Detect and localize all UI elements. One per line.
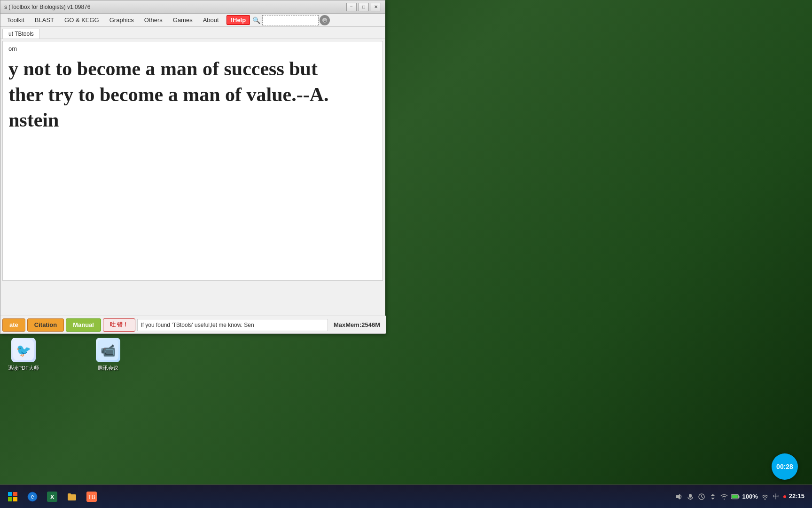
speaker-icon[interactable] bbox=[675, 492, 683, 501]
menu-about[interactable]: About bbox=[198, 15, 224, 25]
svg-text:📹: 📹 bbox=[101, 343, 116, 358]
svg-marker-20 bbox=[711, 494, 715, 496]
menu-blast[interactable]: BLAST bbox=[30, 15, 59, 25]
microphone-icon[interactable] bbox=[686, 492, 695, 501]
svg-rect-7 bbox=[13, 492, 17, 496]
manual-button[interactable]: Manual bbox=[66, 318, 101, 332]
taskbar-ie-icon[interactable]: e bbox=[23, 488, 41, 506]
close-button[interactable]: ✕ bbox=[371, 3, 381, 11]
notification-dot bbox=[783, 495, 786, 498]
update-tray-icon[interactable] bbox=[697, 492, 706, 501]
help-button[interactable]: !Help bbox=[226, 15, 250, 25]
update-button[interactable]: ate bbox=[2, 318, 25, 332]
quote-text: y not to become a man of success but the… bbox=[8, 56, 377, 133]
menu-toolkit[interactable]: Toolkit bbox=[2, 15, 29, 25]
title-bar: s (Toolbox for Biologists) v1.09876 − □ … bbox=[0, 0, 385, 14]
svg-rect-24 bbox=[732, 495, 738, 498]
svg-marker-16 bbox=[676, 494, 680, 500]
svg-rect-9 bbox=[13, 497, 17, 501]
tab-about-tbtools[interactable]: ut TBtools bbox=[2, 29, 40, 39]
menu-go-kegg[interactable]: GO & KEGG bbox=[60, 15, 104, 25]
svg-rect-6 bbox=[8, 492, 12, 496]
pdf-icon-image: 🐦 bbox=[11, 338, 36, 362]
battery-icon[interactable] bbox=[731, 492, 740, 501]
minimize-button[interactable]: − bbox=[346, 3, 357, 11]
content-area: om y not to become a man of success but … bbox=[2, 41, 383, 281]
timer-display: 00:28 bbox=[776, 463, 793, 470]
citation-button[interactable]: Citation bbox=[27, 318, 64, 332]
status-bar: ate Citation Manual 吐 错！ If you found 'T… bbox=[0, 316, 386, 333]
quote-line1: y not to become a man of success but bbox=[8, 58, 318, 79]
meeting-icon-image: 📹 bbox=[96, 338, 120, 362]
quote-line3: nstein bbox=[8, 109, 59, 131]
taskbar-app-icon[interactable]: TB bbox=[83, 488, 101, 506]
window-controls: − □ ✕ bbox=[346, 3, 381, 11]
tab-bar: ut TBtools bbox=[0, 27, 385, 39]
pdf-icon-label: 迅读PDF大师 bbox=[7, 364, 40, 372]
search-settings-icon[interactable]: ⚙ bbox=[320, 15, 330, 25]
svg-point-25 bbox=[764, 498, 765, 500]
search-input[interactable] bbox=[262, 15, 319, 25]
desktop-icon-meeting[interactable]: 📹 腾讯会议 bbox=[89, 338, 127, 372]
menu-bar: Toolkit BLAST GO & KEGG Graphics Others … bbox=[0, 14, 385, 27]
svg-text:X: X bbox=[50, 493, 55, 500]
svg-marker-21 bbox=[711, 498, 715, 500]
taskbar: e X TB bbox=[0, 484, 812, 508]
taskbar-folder-icon[interactable] bbox=[63, 488, 81, 506]
clock-display: 22:15 bbox=[789, 492, 804, 500]
input-method-label: 中 bbox=[773, 492, 779, 501]
svg-rect-8 bbox=[8, 497, 12, 501]
meeting-icon-label: 腾讯会议 bbox=[96, 364, 120, 372]
wifi-icon[interactable] bbox=[761, 492, 769, 501]
bug-button[interactable]: 吐 错！ bbox=[103, 318, 135, 332]
window-title: s (Toolbox for Biologists) v1.09876 bbox=[4, 4, 90, 10]
taskbar-excel-icon[interactable]: X bbox=[43, 488, 61, 506]
svg-text:⚙: ⚙ bbox=[323, 18, 327, 23]
system-tray: 100% 中 22:15 bbox=[675, 492, 805, 500]
svg-text:TB: TB bbox=[88, 494, 95, 500]
network-icon[interactable] bbox=[720, 492, 728, 501]
content-top-text: om bbox=[8, 45, 377, 52]
desktop-icon-pdf[interactable]: 🐦 迅读PDF大师 bbox=[5, 338, 42, 372]
expand-tray-icon[interactable] bbox=[709, 492, 717, 501]
menu-others[interactable]: Others bbox=[140, 15, 167, 25]
start-button[interactable] bbox=[4, 488, 22, 506]
maxmem-display: MaxMem:2546M bbox=[330, 321, 384, 328]
menu-games[interactable]: Games bbox=[168, 15, 197, 25]
menu-graphics[interactable]: Graphics bbox=[105, 15, 139, 25]
svg-rect-17 bbox=[689, 494, 692, 498]
bug-icon: 吐 错！ bbox=[110, 321, 128, 328]
status-message: If you found 'TBtools' useful,let me kno… bbox=[137, 319, 328, 331]
maximize-button[interactable]: □ bbox=[359, 3, 369, 11]
svg-rect-23 bbox=[738, 495, 739, 498]
search-icon[interactable]: 🔍 bbox=[251, 15, 261, 25]
svg-text:e: e bbox=[31, 493, 34, 500]
svg-text:🐦: 🐦 bbox=[16, 343, 31, 358]
taskbar-tray: 100% 中 22:15 bbox=[675, 492, 809, 500]
timer-bubble[interactable]: 00:28 bbox=[772, 453, 798, 480]
quote-line2: ther try to become a man of value.--A. bbox=[8, 84, 329, 105]
app-window: s (Toolbox for Biologists) v1.09876 − □ … bbox=[0, 0, 385, 334]
clock-time: 22:15 bbox=[789, 492, 804, 500]
input-method-icon[interactable]: 中 bbox=[772, 492, 781, 501]
battery-percentage: 100% bbox=[742, 493, 758, 500]
